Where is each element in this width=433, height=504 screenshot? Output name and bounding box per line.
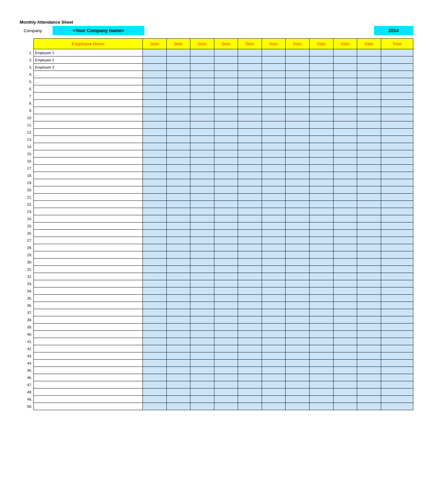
date-cell[interactable]	[262, 338, 286, 345]
date-cell[interactable]	[190, 352, 214, 360]
employee-name-cell[interactable]	[33, 244, 142, 251]
date-cell[interactable]	[286, 165, 310, 172]
date-cell[interactable]	[214, 352, 238, 360]
date-cell[interactable]	[238, 345, 262, 352]
date-cell[interactable]	[333, 259, 357, 266]
date-cell[interactable]	[333, 114, 357, 121]
date-cell[interactable]	[310, 367, 334, 374]
date-cell[interactable]	[166, 71, 190, 78]
total-cell[interactable]	[381, 259, 413, 266]
date-cell[interactable]	[214, 85, 238, 93]
date-cell[interactable]	[238, 403, 262, 410]
date-cell[interactable]	[190, 222, 214, 230]
date-cell[interactable]	[214, 56, 238, 64]
date-cell[interactable]	[214, 367, 238, 374]
date-cell[interactable]	[143, 186, 167, 194]
date-cell[interactable]	[310, 280, 334, 287]
total-cell[interactable]	[381, 93, 413, 100]
date-cell[interactable]	[190, 367, 214, 374]
date-cell[interactable]	[357, 172, 381, 179]
date-cell[interactable]	[214, 403, 238, 410]
date-cell[interactable]	[262, 71, 286, 78]
date-cell[interactable]	[333, 194, 357, 201]
date-cell[interactable]	[333, 237, 357, 244]
date-cell[interactable]	[238, 186, 262, 194]
employee-name-cell[interactable]	[33, 150, 142, 158]
date-cell[interactable]	[333, 316, 357, 324]
date-cell[interactable]	[262, 381, 286, 388]
date-cell[interactable]	[357, 93, 381, 100]
date-cell[interactable]	[262, 259, 286, 266]
employee-name-cell[interactable]	[33, 280, 142, 287]
date-cell[interactable]	[214, 273, 238, 280]
date-cell[interactable]	[238, 280, 262, 287]
date-cell[interactable]	[166, 179, 190, 186]
date-cell[interactable]	[262, 367, 286, 374]
date-cell[interactable]	[357, 396, 381, 403]
total-cell[interactable]	[381, 287, 413, 295]
date-cell[interactable]	[286, 360, 310, 367]
date-cell[interactable]	[262, 352, 286, 360]
employee-name-cell[interactable]	[33, 93, 142, 100]
date-cell[interactable]	[190, 165, 214, 172]
total-cell[interactable]	[381, 352, 413, 360]
date-cell[interactable]	[166, 360, 190, 367]
date-cell[interactable]	[190, 93, 214, 100]
total-cell[interactable]	[381, 158, 413, 165]
date-cell[interactable]	[310, 360, 334, 367]
total-cell[interactable]	[381, 280, 413, 287]
date-cell[interactable]	[333, 201, 357, 208]
date-cell[interactable]	[190, 172, 214, 179]
date-cell[interactable]	[262, 273, 286, 280]
date-cell[interactable]	[143, 338, 167, 345]
date-cell[interactable]	[286, 93, 310, 100]
employee-name-cell[interactable]	[33, 179, 142, 186]
date-cell[interactable]	[310, 273, 334, 280]
date-cell[interactable]	[143, 403, 167, 410]
date-cell[interactable]	[238, 172, 262, 179]
date-cell[interactable]	[286, 266, 310, 273]
date-cell[interactable]	[262, 403, 286, 410]
date-cell[interactable]	[143, 49, 167, 56]
date-cell[interactable]	[214, 280, 238, 287]
total-cell[interactable]	[381, 295, 413, 302]
date-cell[interactable]	[333, 93, 357, 100]
date-cell[interactable]	[214, 237, 238, 244]
date-cell[interactable]	[333, 295, 357, 302]
date-cell[interactable]	[190, 49, 214, 56]
date-cell[interactable]	[333, 302, 357, 309]
date-cell[interactable]	[238, 331, 262, 338]
date-cell[interactable]	[166, 295, 190, 302]
date-cell[interactable]	[310, 71, 334, 78]
date-cell[interactable]	[310, 93, 334, 100]
date-cell[interactable]	[214, 114, 238, 121]
date-cell[interactable]	[190, 237, 214, 244]
date-cell[interactable]	[143, 78, 167, 85]
date-cell[interactable]	[262, 64, 286, 71]
date-cell[interactable]	[143, 309, 167, 316]
date-cell[interactable]	[357, 237, 381, 244]
date-cell[interactable]	[143, 136, 167, 143]
employee-name-cell[interactable]	[33, 172, 142, 179]
date-cell[interactable]	[190, 360, 214, 367]
date-cell[interactable]	[310, 186, 334, 194]
date-cell[interactable]	[190, 121, 214, 129]
date-cell[interactable]	[214, 158, 238, 165]
date-cell[interactable]	[238, 121, 262, 129]
date-cell[interactable]	[286, 100, 310, 107]
date-cell[interactable]	[333, 345, 357, 352]
date-cell[interactable]	[238, 259, 262, 266]
date-cell[interactable]	[262, 237, 286, 244]
date-cell[interactable]	[333, 309, 357, 316]
total-cell[interactable]	[381, 367, 413, 374]
employee-name-cell[interactable]	[33, 259, 142, 266]
date-cell[interactable]	[286, 222, 310, 230]
date-cell[interactable]	[214, 78, 238, 85]
date-cell[interactable]	[286, 78, 310, 85]
date-cell[interactable]	[262, 302, 286, 309]
date-cell[interactable]	[190, 324, 214, 331]
date-cell[interactable]	[262, 114, 286, 121]
date-cell[interactable]	[357, 215, 381, 222]
total-cell[interactable]	[381, 64, 413, 71]
total-cell[interactable]	[381, 374, 413, 381]
